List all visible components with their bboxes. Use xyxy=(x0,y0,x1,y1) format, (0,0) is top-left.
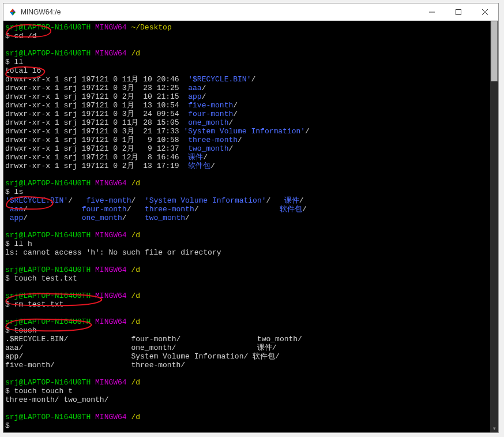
svg-marker-1 xyxy=(13,9,16,12)
close-button[interactable] xyxy=(472,3,498,20)
terminal-area[interactable]: srj@LAPTOP-N164U0TH MINGW64 ~/Desktop$ c… xyxy=(3,21,498,432)
svg-marker-0 xyxy=(10,9,13,12)
terminal-output[interactable]: srj@LAPTOP-N164U0TH MINGW64 ~/Desktop$ c… xyxy=(3,21,490,432)
maximize-button[interactable] xyxy=(445,3,472,20)
scroll-down-icon[interactable]: ▾ xyxy=(490,424,498,432)
svg-marker-3 xyxy=(13,12,16,16)
window-title: MINGW64:/e xyxy=(21,8,419,16)
mingw-icon xyxy=(8,8,17,17)
svg-marker-2 xyxy=(10,12,13,16)
scrollbar[interactable]: ▾ xyxy=(490,21,498,432)
scroll-thumb[interactable] xyxy=(491,21,498,81)
window-controls xyxy=(419,3,498,20)
app-window: MINGW64:/e srj@LAPTOP-N164U0TH MINGW64 ~… xyxy=(3,3,499,433)
close-icon xyxy=(482,9,488,15)
minimize-button[interactable] xyxy=(419,3,445,20)
titlebar[interactable]: MINGW64:/e xyxy=(3,3,498,21)
svg-rect-5 xyxy=(456,9,461,14)
minimize-icon xyxy=(429,9,435,15)
maximize-icon xyxy=(456,9,461,15)
